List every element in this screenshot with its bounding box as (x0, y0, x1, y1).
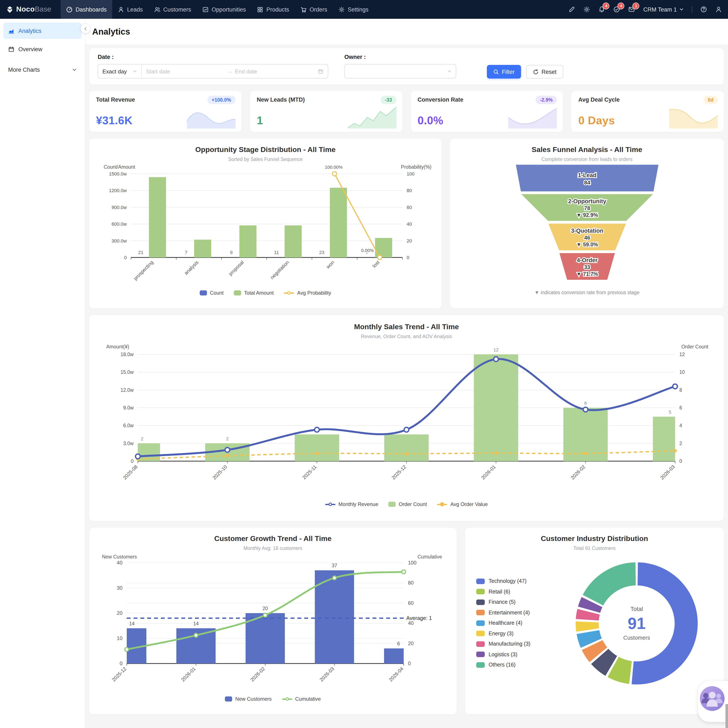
people-icon (154, 6, 160, 12)
svg-text:900.0w: 900.0w (112, 205, 127, 210)
svg-text:33: 33 (584, 264, 590, 270)
nav-gear-icon[interactable] (584, 6, 590, 13)
legend-count[interactable]: Count (200, 290, 223, 296)
svg-text:78: 78 (584, 205, 590, 211)
bell-icon[interactable]: 4 (598, 6, 605, 13)
nav-item-dashboards[interactable]: Dashboards (61, 0, 112, 19)
svg-text:2026-03: 2026-03 (659, 464, 676, 481)
nocobase-logo[interactable]: NocoBase (6, 5, 51, 14)
mail-icon[interactable]: 1 (629, 6, 635, 13)
todo-badge: 4 (618, 3, 624, 9)
legend-technology[interactable]: Technology (47) (476, 578, 565, 584)
svg-text:6: 6 (397, 641, 400, 647)
sidebar-item-overview[interactable]: Overview (3, 41, 81, 57)
legend-monthly-revenue[interactable]: Monthly Revenue (325, 501, 378, 507)
chart-subtitle: Total 91 Customers (472, 546, 717, 551)
end-date-input[interactable]: End date (235, 68, 314, 75)
svg-text:won: won (325, 259, 335, 270)
legend-avg-order-value[interactable]: Avg Order Value (437, 501, 488, 507)
svg-text:2-Opportunity: 2-Opportunity (568, 198, 606, 204)
bar-chart-icon (8, 28, 15, 34)
svg-text:0.00%: 0.00% (361, 248, 374, 253)
sidebar-collapse-button[interactable] (81, 24, 90, 33)
kpi-value: ¥31.6K (96, 114, 133, 127)
page-title: Analytics (92, 27, 130, 37)
legend-manufacturing[interactable]: Manufacturing (3) (476, 641, 565, 647)
owner-select[interactable] (344, 64, 456, 78)
sidebar-item-more-charts[interactable]: More Charts (3, 61, 81, 78)
svg-text:Count/Amount: Count/Amount (104, 164, 135, 170)
calendar-icon (314, 69, 328, 74)
sales-funnel-chart-card: Sales Funnel Analysis - All Time Complet… (450, 139, 724, 308)
svg-text:Average: 1: Average: 1 (406, 615, 432, 621)
svg-text:Cumulative: Cumulative (418, 554, 442, 559)
opportunity-stage-chart: 1500.0w1001200.0w80900.0w60600.0w40300.0… (97, 162, 434, 290)
start-date-input[interactable]: Start date (142, 68, 225, 75)
date-range-picker[interactable]: Exact day Start date → End date (98, 64, 328, 78)
svg-text:2025-08: 2025-08 (122, 464, 138, 481)
svg-text:84: 84 (584, 179, 590, 186)
svg-text:Amount(¥): Amount(¥) (106, 344, 129, 349)
filter-button[interactable]: Filter (487, 65, 521, 78)
svg-text:37: 37 (332, 563, 337, 568)
sidebar-item-analytics[interactable]: Analytics (3, 23, 81, 39)
reset-button[interactable]: Reset (526, 65, 563, 78)
bell-badge: 4 (603, 3, 610, 9)
legend-entertainment[interactable]: Entertainment (4) (476, 610, 565, 616)
pen-icon[interactable] (569, 6, 575, 13)
sparkline (186, 106, 236, 129)
nav-item-settings[interactable]: Settings (333, 0, 374, 19)
chart-subtitle: Revenue, Order Count, and AOV Analysis (100, 334, 713, 339)
check-circle-icon[interactable]: 4 (613, 6, 620, 13)
sparkline (668, 106, 719, 129)
chevron-down-icon (447, 69, 451, 74)
reload-icon (533, 69, 538, 75)
person-icon (118, 6, 124, 12)
legend-new-customers[interactable]: New Customers (225, 696, 272, 702)
legend-avg-probability[interactable]: Avg Probability (284, 290, 331, 296)
nav-item-opportunities[interactable]: Opportunities (197, 0, 252, 19)
user-icon[interactable] (715, 6, 722, 13)
svg-text:15.0w: 15.0w (121, 369, 134, 375)
svg-text:prospecting: prospecting (133, 259, 154, 281)
svg-text:2025-10: 2025-10 (211, 464, 228, 481)
legend-finance[interactable]: Finance (5) (476, 599, 565, 605)
legend-total-amount[interactable]: Total Amount (234, 290, 274, 296)
chevron-down-icon (679, 7, 684, 12)
help-icon[interactable] (700, 6, 707, 13)
scrollbar-thumb[interactable] (725, 704, 728, 728)
svg-text:▼ 71.7%: ▼ 71.7% (576, 271, 598, 277)
page-header: Analytics (85, 19, 728, 44)
svg-text:2025-12: 2025-12 (111, 666, 127, 682)
nav-item-leads[interactable]: Leads (112, 0, 148, 19)
svg-text:4-Order: 4-Order (577, 257, 597, 264)
svg-text:1500.0w: 1500.0w (109, 171, 127, 176)
svg-text:20: 20 (262, 606, 268, 611)
nav-item-customers[interactable]: Customers (148, 0, 197, 19)
legend-energy[interactable]: Energy (3) (476, 630, 565, 636)
date-mode-select[interactable]: Exact day (98, 68, 141, 75)
svg-text:12.0w: 12.0w (121, 387, 134, 393)
legend-retail[interactable]: Retail (6) (476, 589, 565, 595)
date-filter-label: Date : (98, 54, 328, 60)
legend-logistics[interactable]: Logistics (3) (476, 651, 565, 657)
legend-others[interactable]: Others (16) (476, 662, 565, 668)
support-avatar[interactable] (700, 686, 725, 711)
svg-text:10: 10 (679, 369, 685, 375)
svg-text:2: 2 (226, 436, 229, 441)
svg-text:2026-03: 2026-03 (318, 666, 335, 682)
nav-item-orders[interactable]: Orders (295, 0, 333, 19)
monthly-sales-chart-card: Monthly Sales Trend - All Time Revenue, … (89, 315, 724, 521)
legend-healthcare[interactable]: Healthcare (4) (476, 620, 565, 626)
kpi-value: 1 (257, 114, 263, 127)
legend-order-count[interactable]: Order Count (388, 501, 427, 507)
svg-text:20: 20 (408, 641, 414, 646)
svg-text:2026-02: 2026-02 (570, 464, 586, 481)
kpi-row: Total Revenue +100.0% ¥31.6K New Leads (… (89, 91, 724, 132)
team-switcher[interactable]: CRM Team 1 (643, 6, 684, 12)
svg-text:Probability(%): Probability(%) (401, 164, 431, 170)
nav-item-products[interactable]: Products (251, 0, 295, 19)
filter-panel: Date : Exact day Start date → End date (89, 48, 724, 84)
sidebar: Analytics Overview More Charts (0, 19, 85, 728)
legend-cumulative[interactable]: Cumulative (282, 696, 321, 702)
